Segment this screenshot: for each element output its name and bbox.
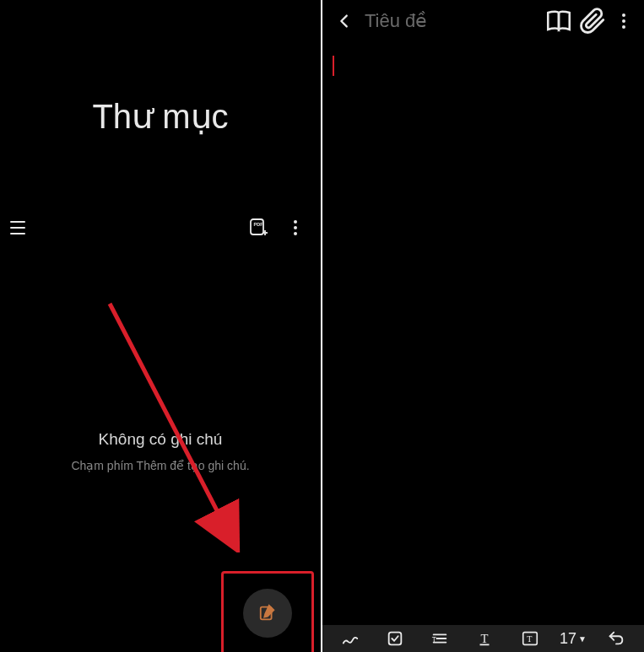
attachment-icon[interactable] (578, 7, 607, 35)
svg-line-5 (110, 304, 232, 540)
note-editor-screen: Tiêu đề (322, 0, 644, 652)
create-note-button[interactable] (243, 589, 292, 638)
pdf-import-icon[interactable]: PDF (246, 216, 270, 240)
reader-mode-icon[interactable] (544, 7, 573, 35)
folder-list-screen: Thư mục PDF Không có ghi chú Chạm phím T… (0, 0, 321, 652)
fab-highlight-box (221, 571, 314, 652)
svg-text:T: T (481, 632, 489, 645)
folder-toolbar: PDF (0, 209, 321, 246)
editor-more-menu-icon[interactable] (612, 9, 636, 33)
empty-state-title: Không có ghi chú (0, 430, 321, 449)
svg-text:T: T (527, 634, 532, 644)
text-cursor (333, 56, 334, 76)
text-style-icon[interactable]: T (469, 627, 500, 650)
folder-title: Thư mục (0, 97, 321, 136)
more-menu-icon[interactable] (284, 216, 307, 240)
editor-header: Tiêu đề (322, 0, 644, 42)
svg-rect-7 (389, 633, 402, 645)
editor-toolbar: T T T 17▼ (322, 625, 644, 652)
checkbox-icon[interactable] (380, 627, 410, 650)
back-button[interactable] (331, 8, 358, 35)
note-title-input[interactable]: Tiêu đề (365, 10, 539, 32)
font-size-selector[interactable]: 17▼ (560, 630, 587, 648)
empty-state: Không có ghi chú Chạm phím Thêm để tạo g… (0, 430, 321, 472)
note-body[interactable] (322, 42, 644, 89)
menu-icon[interactable] (7, 215, 32, 240)
svg-text:PDF: PDF (254, 222, 264, 227)
undo-icon[interactable] (601, 627, 631, 650)
text-format-icon[interactable]: T (425, 627, 455, 650)
handwriting-icon[interactable] (335, 627, 365, 650)
annotation-arrow (106, 299, 245, 552)
text-box-icon[interactable]: T (515, 627, 545, 650)
empty-state-subtitle: Chạm phím Thêm để tạo ghi chú. (0, 459, 321, 472)
